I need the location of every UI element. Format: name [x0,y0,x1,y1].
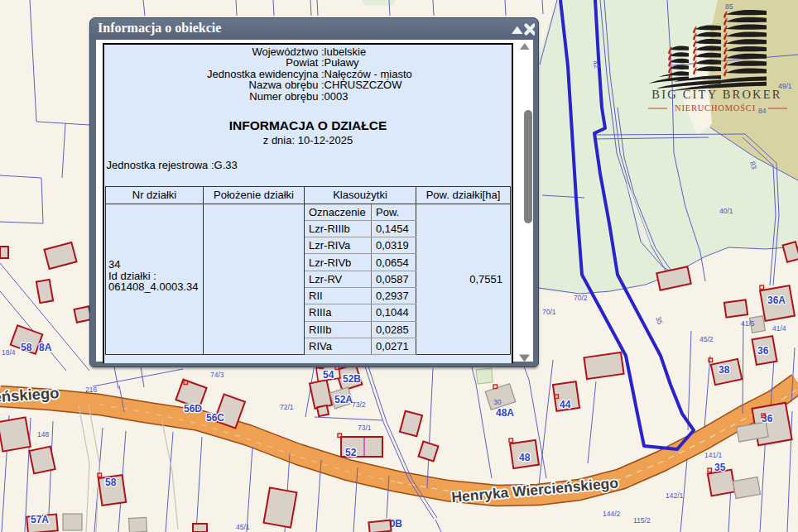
svg-text:70/2: 70/2 [574,294,588,302]
svg-text:115/2: 115/2 [633,516,651,525]
svg-text:142/1: 142/1 [666,491,684,500]
svg-text:54: 54 [323,369,334,381]
svg-text:35: 35 [714,462,726,473]
svg-text:85: 85 [725,2,733,11]
svg-text:38: 38 [719,364,730,376]
svg-text:216: 216 [85,386,97,394]
svg-text:58: 58 [105,477,117,488]
svg-text:45/2: 45/2 [699,335,714,343]
svg-text:44: 44 [560,399,571,410]
svg-text:52: 52 [345,447,357,458]
svg-text:48: 48 [519,452,531,463]
svg-text:30: 30 [493,398,502,406]
svg-text:48A: 48A [496,407,514,419]
svg-text:57A: 57A [31,514,49,525]
svg-text:73/2: 73/2 [352,400,366,409]
svg-text:41/5: 41/5 [741,319,755,328]
svg-text:148: 148 [37,430,49,439]
svg-text:144/2: 144/2 [603,510,621,518]
svg-text:73/1: 73/1 [358,424,372,432]
svg-text:8A: 8A [39,342,52,353]
svg-text:36: 36 [757,345,769,357]
svg-text:40/1: 40/1 [719,207,733,215]
svg-text:BIG CITY BROKER: BIG CITY BROKER [651,88,781,101]
svg-text:72/1: 72/1 [280,403,294,411]
svg-text:70/1: 70/1 [542,308,556,316]
svg-text:18/4: 18/4 [2,348,16,357]
svg-text:58: 58 [21,342,32,353]
svg-text:141/1: 141/1 [704,451,723,459]
svg-text:36: 36 [762,413,773,424]
svg-text:74/3: 74/3 [210,371,224,379]
svg-text:84: 84 [758,107,767,115]
svg-text:45/1: 45/1 [236,523,250,531]
svg-text:56C: 56C [206,412,224,424]
svg-text:36A: 36A [767,295,786,306]
svg-text:NIERUCHOMOŚCI: NIERUCHOMOŚCI [675,103,756,113]
svg-text:52B: 52B [343,373,361,385]
svg-text:41/4: 41/4 [772,324,786,333]
svg-text:56D: 56D [184,403,202,415]
svg-text:52A: 52A [334,394,353,405]
